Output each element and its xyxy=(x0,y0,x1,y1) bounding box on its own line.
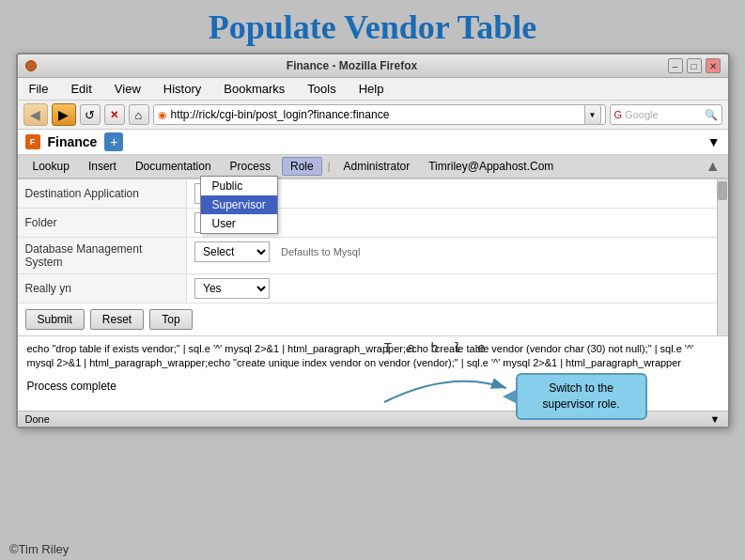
table-row: Destination Application Finance xyxy=(18,179,728,209)
field-value-really-yn: Yes No xyxy=(187,274,728,303)
field-value-dbms: Select Defaults to Mysql xyxy=(187,238,728,266)
refresh-button[interactable]: ↺ xyxy=(80,104,101,125)
search-icon[interactable]: 🔍 xyxy=(705,109,718,121)
app-nav: Lookup Insert Documentation Process Role… xyxy=(18,155,728,179)
maximize-button[interactable]: □ xyxy=(687,58,702,73)
field-label-dbms: Database Management System xyxy=(18,238,187,274)
minimize-button[interactable]: – xyxy=(668,58,683,73)
app-tab-bar: F Finance + ▼ xyxy=(18,130,728,155)
nav-user-email[interactable]: Timriley@Appahost.Com xyxy=(421,158,561,175)
tab-dropdown-button[interactable]: ▼ xyxy=(707,134,721,149)
forward-button[interactable]: ▶ xyxy=(52,103,76,126)
form-buttons: Submit Reset Top xyxy=(18,303,728,335)
top-button[interactable]: Top xyxy=(149,309,192,330)
stop-button[interactable]: ✕ xyxy=(104,104,125,125)
menu-history[interactable]: History xyxy=(160,80,205,98)
browser-title: Finance - Mozilla Firefox xyxy=(37,59,668,72)
close-button[interactable]: ✕ xyxy=(706,58,721,73)
url-dropdown-button[interactable]: ▼ xyxy=(584,104,601,125)
field-label-folder: Folder xyxy=(18,209,187,238)
content-area: Destination Application Finance Folder V… xyxy=(18,179,728,335)
url-text: http://rick/cgi-bin/post_login?finance:f… xyxy=(171,108,581,121)
nav-documentation[interactable]: Documentation xyxy=(128,158,219,175)
title-bar: Finance - Mozilla Firefox – □ ✕ xyxy=(18,54,728,78)
nav-process[interactable]: Process xyxy=(223,158,278,175)
window-dot xyxy=(25,60,37,71)
menu-help[interactable]: Help xyxy=(355,80,388,98)
nav-insert[interactable]: Insert xyxy=(81,158,124,175)
role-dropdown-menu: Public Supervisor User xyxy=(200,176,278,234)
nav-scroll-up[interactable]: ▲ xyxy=(706,158,721,175)
app-tab-title[interactable]: Finance xyxy=(48,134,98,149)
nav-lookup[interactable]: Lookup xyxy=(25,158,77,175)
menu-view[interactable]: View xyxy=(111,80,145,98)
table-row: Really yn Yes No xyxy=(18,274,728,303)
dbms-select[interactable]: Select xyxy=(194,241,270,262)
submit-button[interactable]: Submit xyxy=(25,309,85,330)
nav-role[interactable]: Role xyxy=(282,157,322,176)
callout-box: Switch to the supervisor role. xyxy=(516,373,647,420)
nav-administrator[interactable]: Administrator xyxy=(336,158,418,175)
table-row: Folder Vendor xyxy=(18,209,728,238)
nav-separator: | xyxy=(326,161,333,172)
toolbar: ◀ ▶ ↺ ✕ ⌂ ◉ http://rick/cgi-bin/post_log… xyxy=(18,101,728,130)
role-option-supervisor[interactable]: Supervisor xyxy=(201,195,277,214)
status-text: Done xyxy=(25,413,50,425)
reset-button[interactable]: Reset xyxy=(90,309,144,330)
table-label: T a b l e xyxy=(384,340,489,355)
role-option-public[interactable]: Public xyxy=(201,177,277,195)
menu-edit[interactable]: Edit xyxy=(67,80,95,98)
back-button[interactable]: ◀ xyxy=(23,103,48,126)
search-engine-icon: G xyxy=(614,109,623,120)
menu-bookmarks[interactable]: Bookmarks xyxy=(220,80,288,98)
table-row: Database Management System Select Defaul… xyxy=(18,238,728,274)
page-title: Populate Vendor Table xyxy=(0,0,745,53)
url-bar: ◉ http://rick/cgi-bin/post_login?finance… xyxy=(153,104,606,125)
menu-file[interactable]: File xyxy=(25,80,53,98)
dbms-default-hint: Defaults to Mysql xyxy=(281,246,360,257)
search-box: G Google 🔍 xyxy=(610,104,722,125)
scrollbar[interactable] xyxy=(717,179,728,335)
search-placeholder: Google xyxy=(622,109,704,120)
output-command: echo "drop table if exists vendor;" | sq… xyxy=(27,343,694,368)
browser-window: Finance - Mozilla Firefox – □ ✕ File Edi… xyxy=(16,53,730,428)
url-security-icon: ◉ xyxy=(158,109,167,121)
field-label-really-yn: Really yn xyxy=(18,274,187,303)
status-icon: ▼ xyxy=(710,413,721,425)
field-label-destination: Destination Application xyxy=(18,179,187,209)
home-button[interactable]: ⌂ xyxy=(129,104,149,125)
window-controls: – □ ✕ xyxy=(668,58,721,73)
add-tab-button[interactable]: + xyxy=(104,132,123,151)
menu-tools[interactable]: Tools xyxy=(303,80,339,98)
really-yn-select[interactable]: Yes No xyxy=(194,278,270,299)
role-option-user[interactable]: User xyxy=(201,214,277,233)
copyright-text: ©Tim Riley xyxy=(9,542,69,556)
app-icon: F xyxy=(25,134,40,149)
form-table: Destination Application Finance Folder V… xyxy=(18,179,728,303)
menu-bar: File Edit View History Bookmarks Tools H… xyxy=(18,78,728,101)
scrollbar-thumb[interactable] xyxy=(718,181,727,200)
